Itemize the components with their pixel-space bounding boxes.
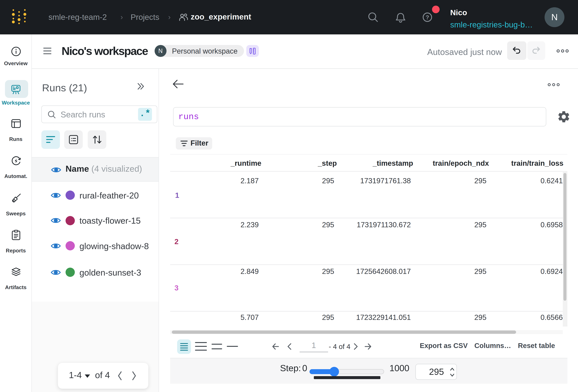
svg-text:?: ? bbox=[426, 14, 429, 20]
